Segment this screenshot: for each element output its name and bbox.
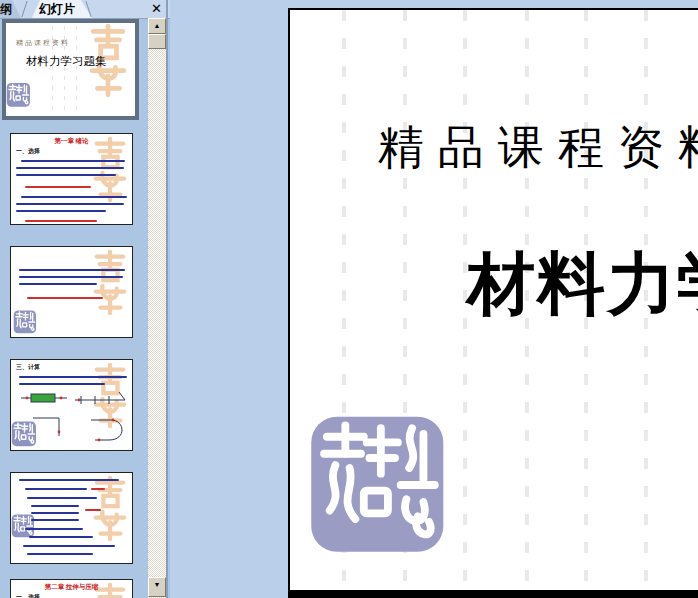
body-text-line [19, 269, 125, 271]
slide-header-textbox[interactable]: 精品课程资料 [378, 122, 698, 173]
scroll-up-button[interactable]: ▲ [148, 18, 166, 34]
seal-stamp-icon [11, 420, 37, 448]
thumb6-chapter-title: 第二章 拉伸与压缩 [11, 583, 132, 592]
scroll-thumb[interactable] [148, 34, 166, 49]
panel-divider [166, 0, 168, 598]
body-text-line [16, 167, 124, 169]
seal-stamp-icon [6, 81, 31, 109]
answer-text-line [25, 220, 97, 222]
slide-thumbnail-5[interactable] [10, 472, 133, 564]
answer-text-line [27, 297, 103, 299]
body-text-line [29, 536, 93, 538]
answer-text-line [85, 509, 101, 511]
slide-thumbnail-2[interactable]: 第一章 绪论 一、选择 [10, 133, 133, 225]
body-text-line [16, 210, 106, 212]
tab-outline[interactable]: 大纲 [0, 0, 21, 18]
body-text-line [31, 519, 79, 521]
body-text-line [21, 196, 127, 198]
seal-stamp-icon [13, 309, 37, 335]
slide-thumbnail-3[interactable] [10, 246, 133, 338]
orange-watermark-icon [89, 136, 131, 204]
thumb1-header-text: 精品课程资料 [16, 38, 70, 48]
body-text-line [27, 553, 93, 555]
tab-edge [21, 1, 27, 17]
slides-panel: 大纲 幻灯片 ✕ 精品课程资料 材料力学习题集 第一章 绪论 一、选择 三、计算 [0, 0, 170, 598]
thumb2-chapter-title: 第一章 绪论 [11, 137, 132, 146]
body-text-line [19, 276, 123, 278]
thumb6-section-label: 一、选择 [16, 593, 40, 598]
answer-text-line [25, 186, 91, 188]
body-text-line [19, 479, 119, 481]
body-text-line [25, 528, 83, 530]
tab-slides[interactable]: 幻灯片 [22, 0, 92, 18]
body-text-line [16, 203, 124, 205]
thumb4-section-label: 三、计算 [16, 363, 40, 372]
panel-scrollbar[interactable]: ▲ ▼ [148, 18, 166, 598]
slide-thumbnail-6[interactable]: 第二章 拉伸与压缩 一、选择 [10, 579, 133, 598]
slide-title-textbox[interactable]: 材料力学 [467, 246, 698, 321]
panel-tabbar: 大纲 幻灯片 ✕ [0, 0, 170, 19]
slide-thumbnail-1[interactable]: 精品课程资料 材料力学习题集 [2, 19, 139, 120]
body-text-line [16, 174, 116, 176]
body-text-line [19, 376, 127, 378]
body-text-line [31, 512, 79, 514]
thumb2-section-label: 一、选择 [16, 147, 40, 156]
slide-bottom-border [288, 590, 698, 598]
seal-stamp-image [307, 410, 449, 560]
slide-canvas[interactable]: 精品课程资料 材料力学 [288, 8, 698, 590]
close-panel-icon[interactable]: ✕ [149, 1, 164, 16]
scroll-down-button[interactable]: ▼ [148, 577, 166, 597]
body-text-line [23, 545, 115, 547]
body-text-line [25, 488, 87, 490]
body-text-line [19, 383, 105, 385]
answer-text-line [91, 488, 105, 490]
body-text-line [27, 497, 97, 499]
body-text-line [19, 283, 97, 285]
body-text-line [21, 160, 125, 162]
body-text-line [31, 505, 79, 507]
slide-thumbnail-4[interactable]: 三、计算 [10, 359, 133, 451]
thumb1-title-text: 材料力学习题集 [26, 54, 107, 69]
